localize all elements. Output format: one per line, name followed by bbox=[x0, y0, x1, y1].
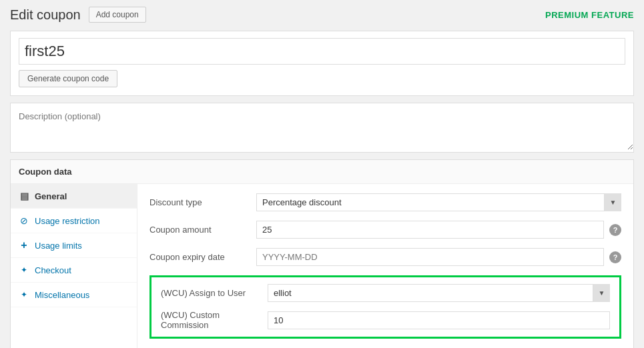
generate-coupon-button[interactable]: Generate coupon code bbox=[19, 70, 117, 87]
page-header-left: Edit coupon Add coupon bbox=[10, 7, 146, 23]
custom-commission-input[interactable] bbox=[268, 311, 610, 329]
sidebar-item-usage-limits-label: Usage limits bbox=[35, 241, 82, 251]
add-coupon-button[interactable]: Add coupon bbox=[89, 7, 146, 23]
discount-type-select[interactable]: Percentage discount Fixed cart discount … bbox=[256, 193, 621, 211]
coupon-expiry-input[interactable] bbox=[256, 248, 604, 266]
assign-to-user-select-wrapper: elliot admin user2 ▼ bbox=[268, 284, 610, 302]
coupon-name-input[interactable] bbox=[19, 38, 625, 65]
coupon-expiry-label: Coupon expiry date bbox=[149, 252, 256, 262]
discount-type-row: Discount type Percentage discount Fixed … bbox=[149, 193, 621, 211]
page-header: Edit coupon Add coupon PREMIUM FEATURE bbox=[10, 7, 634, 23]
sidebar-item-checkout[interactable]: ✦ Checkout bbox=[11, 258, 137, 283]
coupon-amount-input[interactable] bbox=[256, 221, 604, 239]
checkout-icon: ✦ bbox=[19, 265, 29, 275]
coupon-expiry-help-icon[interactable]: ? bbox=[609, 251, 621, 263]
page-title: Edit coupon bbox=[10, 7, 81, 23]
sidebar-item-checkout-label: Checkout bbox=[35, 265, 71, 275]
discount-type-select-wrapper: Percentage discount Fixed cart discount … bbox=[256, 193, 621, 211]
assign-to-user-label: (WCU) Assign to User bbox=[161, 288, 268, 298]
coupon-amount-label: Coupon amount bbox=[149, 225, 256, 235]
sidebar-item-general[interactable]: ▤ General bbox=[11, 184, 137, 209]
coupon-expiry-input-wrap: ? bbox=[256, 248, 621, 266]
coupon-amount-row: Coupon amount ? bbox=[149, 221, 621, 239]
description-textarea[interactable] bbox=[11, 103, 633, 150]
general-icon: ▤ bbox=[19, 191, 29, 201]
premium-fields-box: (WCU) Assign to User elliot admin user2 … bbox=[149, 275, 621, 339]
custom-commission-label: (WCU) Custom Commission bbox=[161, 310, 268, 330]
description-section bbox=[10, 103, 634, 153]
sidebar-item-usage-limits[interactable]: + Usage limits bbox=[11, 233, 137, 258]
sidebar-item-miscellaneous[interactable]: ✦ Miscellaneous bbox=[11, 283, 137, 307]
miscellaneous-icon: ✦ bbox=[19, 289, 29, 300]
coupon-amount-help-icon[interactable]: ? bbox=[609, 224, 621, 236]
coupon-expiry-row: Coupon expiry date ? bbox=[149, 248, 621, 266]
coupon-name-section: Generate coupon code bbox=[10, 31, 634, 96]
usage-restriction-icon: ⊘ bbox=[19, 215, 29, 226]
assign-to-user-input-wrap: elliot admin user2 ▼ bbox=[268, 284, 610, 302]
coupon-data-sidebar: ▤ General ⊘ Usage restriction + Usage li… bbox=[11, 184, 137, 348]
coupon-amount-input-wrap: ? bbox=[256, 221, 621, 239]
custom-commission-input-wrap bbox=[268, 311, 610, 329]
discount-type-label: Discount type bbox=[149, 197, 256, 207]
sidebar-item-usage-restriction[interactable]: ⊘ Usage restriction bbox=[11, 209, 137, 233]
usage-limits-icon: + bbox=[19, 240, 29, 251]
coupon-data-content: Discount type Percentage discount Fixed … bbox=[137, 184, 633, 348]
discount-type-input-wrap: Percentage discount Fixed cart discount … bbox=[256, 193, 621, 211]
sidebar-item-usage-restriction-label: Usage restriction bbox=[35, 216, 100, 226]
custom-commission-row: (WCU) Custom Commission bbox=[161, 310, 610, 330]
coupon-data-section: Coupon data ▤ General ⊘ Usage restrictio… bbox=[10, 159, 634, 348]
sidebar-item-miscellaneous-label: Miscellaneous bbox=[35, 290, 89, 300]
sidebar-item-general-label: General bbox=[35, 191, 67, 201]
assign-to-user-select[interactable]: elliot admin user2 bbox=[268, 284, 610, 302]
premium-feature-label: PREMIUM FEATURE bbox=[545, 10, 634, 20]
assign-to-user-row: (WCU) Assign to User elliot admin user2 … bbox=[161, 284, 610, 302]
coupon-data-title: Coupon data bbox=[11, 160, 633, 184]
coupon-data-body: ▤ General ⊘ Usage restriction + Usage li… bbox=[11, 184, 633, 348]
